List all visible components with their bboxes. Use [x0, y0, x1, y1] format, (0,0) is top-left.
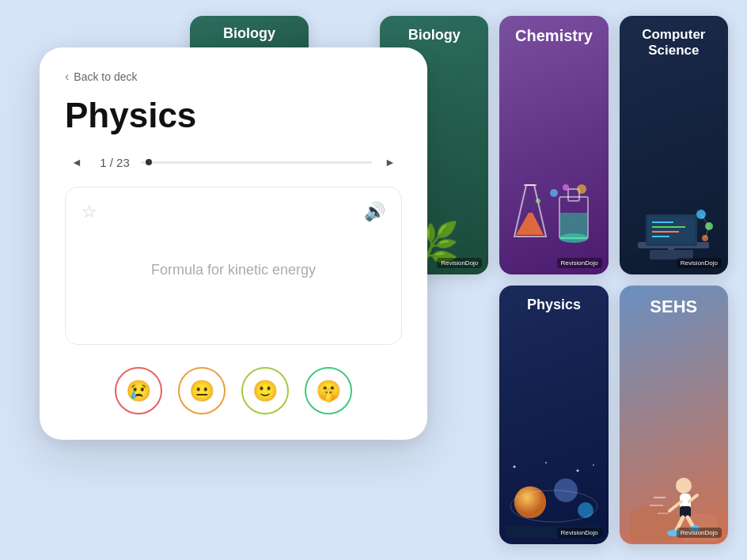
- svg-point-7: [550, 189, 558, 197]
- subject-title: Physics: [65, 96, 402, 134]
- svg-rect-13: [648, 217, 695, 244]
- back-link[interactable]: ‹ Back to deck: [65, 70, 402, 84]
- svg-point-30: [513, 466, 515, 468]
- sehs-art: [620, 369, 728, 544]
- reaction-btn-neutral[interactable]: 😐: [178, 367, 226, 414]
- svg-rect-24: [668, 246, 674, 250]
- brand-tag-cs: RevisionDojo: [677, 258, 722, 268]
- nav-prev[interactable]: ◄: [65, 150, 89, 174]
- back-link-label: Back to deck: [74, 70, 137, 83]
- svg-point-28: [578, 502, 593, 518]
- svg-marker-1: [516, 213, 544, 235]
- chemistry-title: Chemistry: [515, 27, 593, 45]
- flashcard-top-row: ☆ 🔊: [82, 202, 385, 222]
- reaction-row: 😢 😐 🙂 🤫: [65, 367, 402, 414]
- flashcard-panel: ‹ Back to deck Physics ◄ 1 / 23 ► ☆ 🔊 Fo…: [40, 47, 427, 440]
- sehs-title: SEHS: [650, 297, 697, 317]
- subject-card-chemistry[interactable]: Chemistry RevisionDojo: [499, 16, 608, 274]
- svg-point-32: [576, 470, 578, 472]
- reaction-btn-smile[interactable]: 🙂: [241, 367, 289, 414]
- subject-card-cs[interactable]: Computer Science: [620, 16, 728, 274]
- svg-rect-39: [680, 506, 691, 517]
- brand-tag-physics2: RevisionDojo: [557, 528, 602, 538]
- reaction-btn-shush[interactable]: 🤫: [305, 367, 352, 414]
- brand-tag-sehs: RevisionDojo: [677, 528, 722, 538]
- biology-card-top-title: Biology: [223, 25, 275, 42]
- subject-card-sehs[interactable]: SEHS: [620, 286, 728, 544]
- svg-point-31: [545, 462, 547, 464]
- svg-point-8: [563, 184, 569, 191]
- subject-card-physics2[interactable]: Physics: [499, 286, 608, 544]
- cs-art: [620, 106, 728, 274]
- biology-title: Biology: [408, 27, 461, 44]
- svg-point-9: [536, 199, 540, 203]
- back-chevron: ‹: [65, 70, 69, 84]
- cs-title: Computer Science: [620, 27, 728, 59]
- physics2-title: Physics: [527, 297, 581, 313]
- card-counter: 1 / 23: [95, 156, 135, 169]
- nav-next[interactable]: ►: [378, 150, 402, 174]
- star-icon[interactable]: ☆: [82, 202, 97, 222]
- svg-point-37: [676, 478, 692, 494]
- svg-point-10: [577, 184, 586, 194]
- progress-dot: [146, 159, 152, 165]
- chemistry-art: [499, 99, 608, 274]
- svg-rect-5: [559, 213, 588, 240]
- speaker-icon[interactable]: 🔊: [364, 202, 385, 222]
- reaction-btn-cry[interactable]: 😢: [115, 367, 162, 414]
- svg-point-33: [593, 464, 594, 466]
- brand-tag-chemistry: RevisionDojo: [557, 258, 602, 268]
- progress-track: [141, 161, 372, 164]
- physics2-art: [499, 369, 608, 544]
- flashcard-question: Formula for kinetic energy: [82, 254, 385, 302]
- flashcard[interactable]: ☆ 🔊 Formula for kinetic energy: [65, 187, 402, 345]
- brand-tag-biology: RevisionDojo: [437, 258, 482, 268]
- svg-line-44: [669, 501, 681, 511]
- card-nav: ◄ 1 / 23 ►: [65, 150, 402, 174]
